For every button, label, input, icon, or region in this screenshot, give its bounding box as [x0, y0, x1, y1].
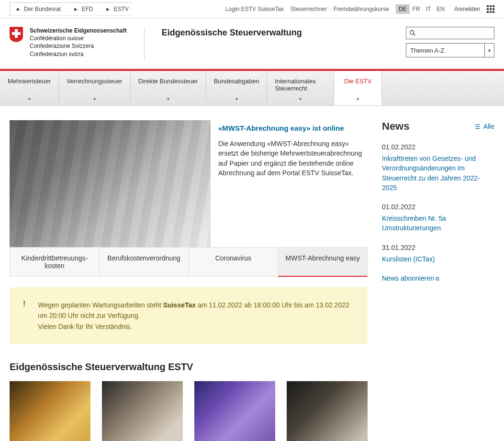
breadcrumb-label: ESTV: [113, 6, 128, 12]
feature-tab[interactable]: Coronavirus: [189, 247, 279, 277]
utility-right: Login ESTV SuisseTax Steuerrechner Fremd…: [225, 4, 504, 14]
main-nav: Mehrwertsteuer▾ Verrechnungssteuer▾ Dire…: [0, 71, 504, 106]
nav-mehrwertsteuer[interactable]: Mehrwertsteuer▾: [0, 71, 59, 105]
search-input[interactable]: [406, 27, 494, 39]
feature-tab[interactable]: Berufskostenverordnung: [100, 247, 189, 277]
swiss-shield-icon: [10, 27, 23, 42]
breadcrumb: ▶Der Bundesrat ▶EFD ▶ESTV: [0, 2, 136, 16]
confederation-name: Schweizerische Eidgenossenschaft Confédé…: [30, 27, 127, 58]
util-link-suissetax[interactable]: Login ESTV SuisseTax: [225, 6, 284, 12]
list-icon: ☰: [475, 123, 481, 130]
feature-tabs: Kinderdrittbetreuungs- kosten Berufskost…: [10, 247, 368, 277]
utility-bar: ▶Der Bundesrat ▶EFD ▶ESTV Login ESTV Sui…: [0, 0, 504, 18]
news-all-label: Alle: [483, 123, 494, 130]
breadcrumb-label: Der Bundesrat: [24, 6, 61, 12]
lang-de[interactable]: DE: [396, 4, 410, 14]
util-link-fx[interactable]: Fremdwährungskurse: [334, 6, 389, 12]
lang-fr[interactable]: FR: [410, 4, 423, 14]
breadcrumb-item[interactable]: ▶ESTV: [95, 2, 135, 16]
site-title: Eidgenössische Steuerverwaltung: [162, 28, 302, 38]
triangle-icon: ▶: [74, 7, 78, 11]
nav-label: Bundesabgaben: [214, 78, 259, 85]
logo-line: Confederazione Svizzera: [30, 42, 127, 50]
feature-image: [10, 120, 211, 247]
nav-label: Verrechnungssteuer: [67, 78, 122, 85]
feature-tab-label: Berufskostenverordnung: [107, 254, 180, 262]
chevron-down-icon: ▾: [28, 96, 31, 102]
nav-internationales-steuerrecht[interactable]: Internationales Steuerrecht▾: [267, 71, 334, 105]
lang-it[interactable]: IT: [423, 4, 434, 14]
news-all-link[interactable]: ☰ Alle: [475, 123, 494, 130]
themes-label: Themen A-Z: [410, 47, 445, 54]
news-header: News ☰ Alle: [382, 120, 494, 133]
language-switcher: DE FR IT EN: [396, 4, 448, 14]
news-subscribe-link[interactable]: News abonnieren⧉: [382, 274, 439, 282]
logo-line: Confederaziun svizra: [30, 50, 127, 58]
topic-card[interactable]: [102, 381, 183, 441]
util-link-steuerrechner[interactable]: Steuerrechner: [291, 6, 327, 12]
logo-line: Confédération suisse: [30, 34, 127, 42]
feature-tab[interactable]: Kinderdrittbetreuungs- kosten: [10, 247, 100, 277]
chevron-down-icon: ▾: [235, 96, 238, 102]
apps-grid-icon[interactable]: [487, 5, 494, 13]
alert-icon: !: [23, 300, 25, 332]
feature-title[interactable]: «MWST-Abrechnung easy» ist online: [218, 124, 367, 132]
breadcrumb-item[interactable]: ▶EFD: [63, 2, 100, 16]
breadcrumb-item[interactable]: ▶Der Bundesrat: [10, 2, 68, 16]
nav-label: Internationales Steuerrecht: [275, 78, 315, 92]
themes-dropdown[interactable]: Themen A-Z ▾: [406, 43, 494, 57]
alert-text: Vielen Dank für Ihr Verständnis.: [38, 321, 349, 332]
feature-body: Die Anwendung «MWST-Abrechnung easy» ers…: [218, 139, 367, 178]
header-tools: Themen A-Z ▾: [406, 27, 494, 57]
topic-card[interactable]: [10, 381, 90, 441]
chevron-down-icon: ▾: [357, 96, 359, 102]
header-divider: [144, 27, 145, 60]
news-link[interactable]: Kurslisten (ICTax): [382, 254, 494, 264]
nav-die-estv[interactable]: Die ESTV▾: [334, 71, 382, 105]
login-link[interactable]: Anmelden: [454, 6, 480, 12]
logo-block: Schweizerische Eidgenossenschaft Confédé…: [10, 27, 127, 58]
svg-point-2: [410, 31, 414, 34]
external-link-icon: ⧉: [436, 276, 439, 282]
site-header: Schweizerische Eidgenossenschaft Confédé…: [0, 18, 504, 69]
topic-card[interactable]: [287, 381, 368, 441]
nav-direkte-bundessteuer[interactable]: Direkte Bundessteuer▾: [131, 71, 206, 105]
chevron-down-icon: ▾: [484, 44, 494, 57]
feature-tab-label: Kinderdrittbetreuungs- kosten: [22, 254, 88, 270]
nav-bundesabgaben[interactable]: Bundesabgaben▾: [206, 71, 268, 105]
nav-label: Direkte Bundessteuer: [138, 78, 198, 85]
news-link[interactable]: Kreisschreiben Nr. 5a Umstrukturierungen: [382, 214, 494, 233]
news-item: 01.02.2022 Kreisschreiben Nr. 5a Umstruk…: [382, 203, 494, 233]
maintenance-alert: ! Wegen geplanten Wartungsarbeiten steht…: [10, 287, 368, 344]
feature-tab-label: MWST-Abrechnung easy: [285, 254, 360, 262]
page-body: «MWST-Abrechnung easy» ist online Die An…: [0, 106, 504, 441]
news-date: 01.02.2022: [382, 143, 494, 151]
lang-en[interactable]: EN: [434, 4, 448, 14]
nav-verrechnungssteuer[interactable]: Verrechnungssteuer▾: [59, 71, 130, 105]
feature-tab[interactable]: MWST-Abrechnung easy: [278, 247, 368, 277]
news-link[interactable]: Inkrafttreten von Gesetzes- und Verordnu…: [382, 154, 494, 192]
main-column: «MWST-Abrechnung easy» ist online Die An…: [10, 120, 368, 441]
section-heading: Eidgenössische Steuerverwaltung ESTV: [10, 362, 368, 373]
feature-tab-label: Coronavirus: [215, 254, 251, 262]
chevron-down-icon: ▾: [93, 96, 96, 102]
svg-rect-1: [12, 32, 21, 35]
sidebar: News ☰ Alle 01.02.2022 Inkrafttreten von…: [382, 120, 494, 441]
topic-card[interactable]: [194, 381, 275, 441]
alert-text: um 20:00 Uhr nicht zur Verfügung.: [38, 310, 349, 321]
svg-line-3: [414, 34, 415, 36]
alert-text: Wegen geplanten Wartungsarbeiten steht: [38, 301, 163, 309]
news-item: 01.02.2022 Inkrafttreten von Gesetzes- u…: [382, 143, 494, 192]
news-date: 01.02.2022: [382, 203, 494, 211]
logo-line: Schweizerische Eidgenossenschaft: [30, 27, 127, 34]
nav-label: Die ESTV: [344, 78, 371, 85]
alert-bold: SuisseTax: [163, 301, 196, 309]
card-image: [102, 381, 183, 441]
chevron-down-icon: ▾: [167, 96, 169, 102]
chevron-down-icon: ▾: [299, 96, 302, 102]
news-date: 31.01.2022: [382, 244, 494, 251]
utility-links: Login ESTV SuisseTax Steuerrechner Fremd…: [225, 6, 389, 12]
card-image: [287, 381, 368, 441]
news-subscribe[interactable]: News abonnieren⧉: [382, 274, 494, 282]
triangle-icon: ▶: [106, 7, 110, 11]
